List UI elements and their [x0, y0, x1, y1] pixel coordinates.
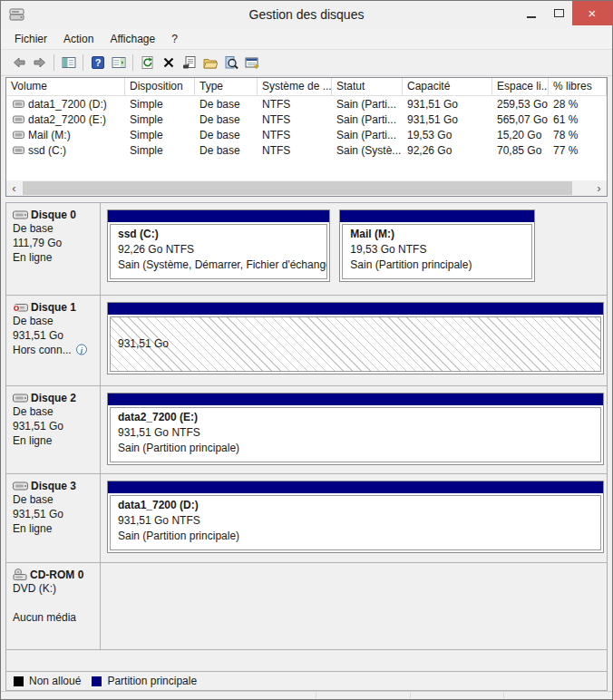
volume-name: data2_7200 (E:): [28, 113, 106, 126]
help-button[interactable]: ?: [87, 53, 108, 73]
title-bar[interactable]: Gestion des disques ×: [1, 1, 612, 28]
partition-status: Sain (Partition principale): [118, 529, 593, 544]
back-icon: [12, 55, 26, 70]
partition-size: 931,51 Go NTFS: [118, 425, 593, 441]
unallocated-region[interactable]: 931,51 Go: [107, 302, 604, 374]
column-header-disposition[interactable]: Disposition: [125, 78, 195, 95]
disk3-label[interactable]: Disque 3 De base 931,51 Go En ligne: [6, 474, 101, 562]
back-button[interactable]: [8, 53, 29, 73]
partition-name: ssd (C:): [118, 227, 319, 242]
cell-disposition: Simple: [125, 129, 195, 141]
scrollbar-thumb[interactable]: [23, 181, 572, 195]
column-header-capacite[interactable]: Capacité: [403, 78, 492, 95]
toolbar: ?: [1, 50, 612, 76]
column-header-systeme[interactable]: Système de ...: [258, 78, 332, 95]
table-row[interactable]: data2_7200 (E:) Simple De base NTFS Sain…: [6, 112, 607, 127]
menu-affichage[interactable]: Affichage: [102, 30, 163, 48]
cell-systeme: NTFS: [258, 98, 332, 111]
volume-icon: [13, 115, 24, 124]
refresh-button[interactable]: [137, 53, 158, 73]
disk-title: Disque 1: [31, 301, 76, 314]
cell-espace: 70,85 Go: [492, 144, 549, 157]
cell-espace: 15,20 Go: [492, 129, 549, 141]
scroll-left-icon[interactable]: ‹: [6, 180, 22, 196]
cell-libres: 28 %: [549, 98, 607, 111]
disk0-label[interactable]: Disque 0 De base 111,79 Go En ligne: [6, 203, 101, 295]
cdrom-row: CD-ROM 0 DVD (K:) Aucun média: [6, 563, 607, 650]
maximize-button[interactable]: [545, 1, 572, 25]
disk-size: 931,51 Go: [13, 419, 96, 433]
disk2-label[interactable]: Disque 2 De base 931,51 Go En ligne: [6, 386, 101, 473]
horizontal-scrollbar[interactable]: ‹ ›: [6, 180, 607, 196]
column-header-type[interactable]: Type: [195, 78, 258, 95]
partition-color-bar: [108, 210, 329, 222]
scroll-right-icon[interactable]: ›: [591, 180, 607, 196]
cell-capacite: 19,53 Go: [403, 129, 492, 141]
open-folder-icon: [203, 55, 218, 70]
volume-name: data1_7200 (D:): [28, 98, 107, 111]
disk-row-1: Disque 1 De base 931,51 Go Hors conn... …: [6, 296, 607, 386]
status-bar: [1, 691, 612, 699]
disk-offline-icon: [13, 302, 28, 314]
column-header-statut[interactable]: Statut: [332, 78, 403, 95]
disk1-label[interactable]: Disque 1 De base 931,51 Go Hors conn... …: [6, 296, 101, 385]
partition-ssd-c[interactable]: ssd (C:) 92,26 Go NTFS Sain (Système, Dé…: [107, 209, 330, 282]
minimize-button[interactable]: [518, 1, 545, 25]
console-tree-button[interactable]: [58, 53, 79, 73]
cell-libres: 77 %: [549, 144, 607, 157]
disk-icon: [13, 481, 28, 491]
partition-color-bar: [108, 303, 603, 315]
forward-button[interactable]: [29, 53, 50, 73]
cdrom-label[interactable]: CD-ROM 0 DVD (K:) Aucun média: [6, 563, 101, 649]
toolbar-separator: [132, 54, 133, 71]
delete-button[interactable]: [158, 53, 179, 73]
partition-mail-m[interactable]: Mail (M:) 19,53 Go NTFS Sain (Partition …: [339, 209, 535, 282]
table-row[interactable]: Mail (M:) Simple De base NTFS Sain (Part…: [6, 127, 607, 142]
toolbar-separator: [83, 54, 83, 71]
disk-management-button[interactable]: [241, 53, 262, 73]
disk-status: En ligne: [13, 433, 96, 448]
legend: Non alloué Partition principale: [6, 671, 607, 690]
cell-statut: Sain (Parti...: [332, 113, 403, 126]
disk-management-icon: [245, 55, 259, 70]
partition-name: data1_7200 (D:): [118, 498, 593, 513]
volume-icon: [13, 100, 24, 109]
zoom-button[interactable]: [220, 53, 241, 73]
partition-data1-d[interactable]: data1_7200 (D:) 931,51 Go NTFS Sain (Par…: [107, 481, 604, 553]
zoom-icon: [224, 55, 238, 70]
disk2-strips: data2_7200 (E:) 931,51 Go NTFS Sain (Par…: [101, 386, 607, 473]
cell-disposition: Simple: [125, 98, 195, 111]
column-header-espace[interactable]: Espace li...: [492, 78, 549, 95]
info-icon[interactable]: i: [75, 344, 88, 356]
menu-fichier[interactable]: Fichier: [6, 30, 55, 48]
maximize-icon: [554, 9, 564, 17]
graph-empty-area: [6, 650, 607, 671]
partition-color-bar: [340, 210, 534, 222]
close-icon: ×: [589, 5, 597, 21]
table-row[interactable]: ssd (C:) Simple De base NTFS Sain (Systè…: [6, 142, 607, 158]
cell-disposition: Simple: [125, 144, 195, 157]
cell-capacite: 931,51 Go: [403, 113, 492, 126]
legend-swatch-primary: [92, 676, 102, 686]
action-pane-button[interactable]: [108, 53, 129, 73]
disk1-strips: 931,51 Go: [101, 296, 607, 385]
forward-icon: [33, 55, 47, 70]
partition-size: 92,26 Go NTFS: [118, 242, 319, 258]
cell-statut: Sain (Parti...: [332, 98, 403, 111]
column-header-volume[interactable]: Volume: [6, 78, 125, 95]
disk-title: Disque 3: [31, 480, 76, 492]
cell-capacite: 931,51 Go: [403, 98, 492, 111]
properties-icon: [182, 55, 197, 70]
toolbar-separator: [54, 54, 54, 71]
column-header-libres[interactable]: % libres: [549, 78, 607, 95]
menu-action[interactable]: Action: [55, 30, 102, 48]
menu-help[interactable]: ?: [163, 30, 186, 48]
partition-data2-e[interactable]: data2_7200 (E:) 931,51 Go NTFS Sain (Par…: [107, 393, 604, 465]
cell-systeme: NTFS: [258, 129, 332, 141]
close-button[interactable]: ×: [572, 1, 612, 25]
table-row[interactable]: data1_7200 (D:) Simple De base NTFS Sain…: [6, 96, 607, 112]
legend-label-primary: Partition principale: [107, 675, 197, 687]
disk-type: De base: [13, 404, 96, 419]
properties-button[interactable]: [179, 53, 199, 73]
open-folder-button[interactable]: [199, 53, 220, 73]
